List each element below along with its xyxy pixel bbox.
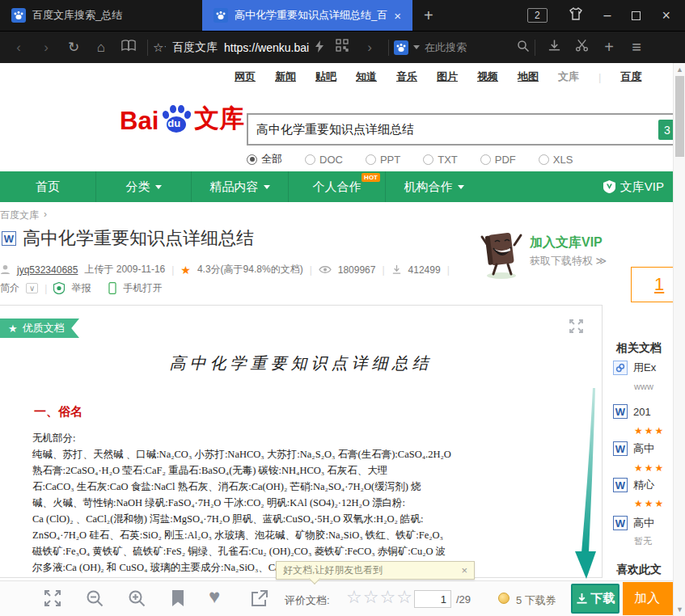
new-tab-button[interactable]: +	[424, 6, 433, 25]
radio-icon[interactable]	[366, 154, 376, 165]
open-on-mobile-link[interactable]: 手机打开	[123, 281, 162, 295]
nav-link[interactable]: 知道	[356, 70, 377, 84]
minimize-button[interactable]: –	[604, 9, 611, 22]
radio-icon[interactable]	[480, 154, 491, 165]
page-number-input[interactable]	[414, 590, 451, 608]
nav-link[interactable]: 贴吧	[315, 70, 336, 84]
radio-icon[interactable]	[247, 154, 257, 165]
nav-premium[interactable]: 精品内容	[191, 171, 288, 202]
related-doc-link[interactable]: W 高中	[613, 441, 654, 456]
join-vip-button[interactable]: 加入	[623, 582, 673, 615]
address-bar[interactable]: ☆☆☆☆☆ 百度文库 https://wenku.bai	[153, 40, 323, 55]
nav-personal-coop[interactable]: 个人合作 HOT	[288, 171, 385, 202]
word-doc-icon: W	[2, 231, 16, 246]
share-icon[interactable]	[251, 589, 269, 610]
tab-count-badge[interactable]: 2	[527, 8, 548, 23]
intro-label: 简介	[0, 281, 19, 295]
join-vip-link[interactable]: 加入文库VIP	[530, 234, 603, 251]
tab-label: 百度文库搜索_总结	[32, 8, 122, 23]
baidu-paw-icon	[11, 8, 26, 23]
site-nav: 首页 分类 精品内容 个人合作 HOT 机构合作 文库VIP	[0, 171, 685, 202]
nav-link[interactable]: 视频	[477, 70, 498, 84]
divider	[388, 40, 389, 56]
nav-link-partial[interactable]: 百度	[620, 70, 641, 84]
nav-home[interactable]: 首页	[0, 171, 95, 202]
wenku-logo[interactable]: Bai du 文库	[120, 102, 244, 136]
nav-link[interactable]: 地图	[518, 70, 539, 84]
downloads-icon[interactable]	[540, 39, 568, 56]
fullscreen-icon[interactable]	[44, 589, 61, 610]
search-placeholder[interactable]: 在此搜索	[425, 40, 512, 55]
qr-code-icon[interactable]	[328, 39, 356, 56]
vip-shield-icon	[603, 180, 615, 193]
theme-tshirt-icon[interactable]	[569, 7, 583, 23]
close-tab-icon[interactable]: ×	[394, 9, 401, 23]
page-total: /29	[456, 593, 471, 605]
url-text[interactable]: https://wenku.bai	[224, 41, 309, 54]
related-doc-link[interactable]: W 高中	[613, 516, 654, 530]
home-button[interactable]: ⌂	[87, 40, 115, 56]
related-doc-link[interactable]: 用Ex	[613, 361, 656, 375]
intro-expand-button[interactable]: ∨	[26, 283, 38, 293]
related-doc-link[interactable]: W 201	[613, 404, 651, 419]
tab-wenku-search[interactable]: 百度文库搜索_总结	[0, 0, 202, 31]
doc-section-heading: 一、俗名	[34, 404, 82, 420]
nav-link[interactable]: 音乐	[396, 70, 417, 84]
radio-icon[interactable]	[539, 154, 549, 165]
radio-icon[interactable]	[423, 154, 433, 165]
nav-link[interactable]: 新闻	[275, 70, 296, 84]
coin-icon	[498, 593, 510, 604]
reading-mode-icon[interactable]	[115, 40, 142, 56]
scrollbar-thumb[interactable]	[675, 76, 684, 157]
scroll-down-icon[interactable]: ▼	[676, 605, 683, 614]
divider	[147, 40, 148, 56]
filter-ppt[interactable]: PPT	[366, 152, 400, 167]
zoom-in-icon[interactable]	[128, 589, 146, 611]
engine-caret-icon[interactable]	[413, 45, 420, 49]
report-link[interactable]: 举报	[71, 281, 91, 295]
download-button[interactable]: 下载	[571, 584, 619, 614]
scroll-up-icon[interactable]: ▲	[676, 65, 683, 74]
report-shield-icon	[53, 282, 65, 294]
refresh-button[interactable]: ↻	[60, 39, 87, 56]
menu-hamburger-icon[interactable]: ≡	[623, 38, 650, 57]
back-button[interactable]: ‹	[5, 40, 32, 56]
nav-category[interactable]: 分类	[95, 171, 191, 202]
tab-document[interactable]: 高中化学重要知识点详细总结_百度文 ×	[202, 0, 412, 31]
favorite-star-icon[interactable]: ☆☆☆☆☆	[153, 40, 166, 55]
nav-link[interactable]: 网页	[235, 70, 256, 84]
nav-link[interactable]: 图片	[437, 70, 458, 84]
page-scrollbar[interactable]: ▲ ▼	[673, 63, 685, 616]
word-doc-icon: W	[613, 478, 628, 492]
filter-doc[interactable]: DOC	[305, 152, 343, 167]
filter-txt[interactable]: TXT	[423, 152, 458, 167]
add-icon[interactable]: +	[595, 38, 623, 57]
related-doc-link[interactable]: W 精心	[613, 478, 654, 492]
doc-body-text: 无机部分: 纯碱、苏打、天然碱 、口碱:Na₂CO₃ 小苏打:NaHCO₃ 大苏…	[32, 430, 576, 576]
close-window-button[interactable]: ×	[662, 8, 670, 23]
maximize-button[interactable]	[632, 11, 641, 20]
breadcrumb-wenku[interactable]: 百度文库	[0, 209, 39, 222]
zoom-out-icon[interactable]	[86, 589, 104, 611]
filter-xls[interactable]: XLS	[539, 152, 573, 167]
filter-all[interactable]: 全部	[247, 152, 282, 167]
tooltip-close-icon[interactable]: ×	[461, 564, 467, 576]
quick-search[interactable]: 在此搜索	[394, 40, 530, 55]
search-input[interactable]	[247, 113, 675, 146]
uploader-link[interactable]: jyq532340685	[17, 264, 78, 276]
breadcrumb: 百度文库 ›	[0, 209, 47, 222]
quality-doc-badge: ★ 优质文档	[0, 319, 79, 338]
forward-button[interactable]: ›	[32, 40, 60, 56]
lightning-icon[interactable]	[315, 40, 323, 55]
vip-subtitle[interactable]: 获取下载特权 ≫	[530, 254, 607, 268]
expand-chevron-icon[interactable]: ›	[356, 40, 383, 56]
download-count-icon	[391, 264, 402, 275]
nav-org-coop[interactable]: 机构合作	[385, 171, 482, 202]
bookmark-icon[interactable]	[171, 589, 184, 610]
filter-pdf[interactable]: PDF	[480, 152, 516, 167]
like-heart-icon[interactable]: ♥	[209, 585, 220, 608]
radio-icon[interactable]	[305, 154, 315, 165]
screenshot-scissors-icon[interactable]	[568, 39, 595, 56]
fullscreen-expand-icon[interactable]	[569, 319, 584, 337]
search-magnifier-icon[interactable]	[517, 40, 530, 55]
